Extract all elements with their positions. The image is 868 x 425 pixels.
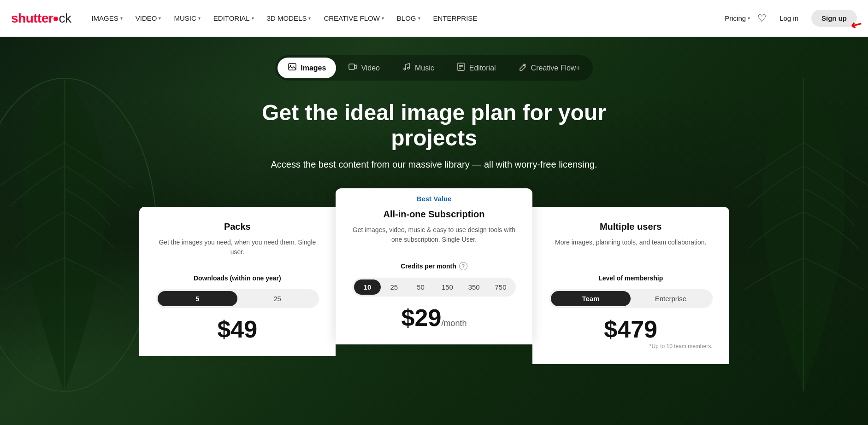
svg-point-2 (290, 65, 291, 66)
chevron-down-icon: ▾ (748, 16, 750, 21)
chevron-down-icon: ▾ (308, 16, 311, 21)
arrow-icon: ↙ (848, 15, 864, 34)
signup-button[interactable]: Sign up ↙ (811, 10, 857, 27)
multiple-users-selector: Team Enterprise (549, 289, 713, 308)
sub-option-350[interactable]: 350 (461, 279, 487, 295)
logo-suffix: ck (59, 11, 71, 25)
chevron-down-icon: ▾ (198, 16, 201, 21)
card-packs: Packs Get the images you need, when you … (139, 207, 336, 356)
svg-point-5 (407, 67, 409, 69)
main-nav: IMAGES ▾ VIDEO ▾ MUSIC ▾ EDITORIAL ▾ 3D … (86, 11, 725, 26)
multiple-users-selector-label: Level of membership (549, 274, 713, 282)
tab-music[interactable]: Music (392, 58, 444, 78)
sub-option-750[interactable]: 750 (487, 279, 514, 295)
multiple-users-desc: More images, planning tools, and team co… (549, 238, 713, 265)
svg-point-4 (404, 68, 406, 70)
logo-text: shutterck (11, 11, 71, 26)
tab-creativeflow[interactable]: Creative Flow+ (508, 58, 590, 78)
multiple-users-title: Multiple users (549, 221, 713, 232)
users-option-enterprise[interactable]: Enterprise (631, 291, 710, 306)
nav-item-music[interactable]: MUSIC ▾ (168, 11, 206, 26)
image-icon (288, 62, 297, 74)
multiple-users-footnote: *Up to 10 team members. (549, 343, 713, 349)
subscription-selector-label: Credits per month ? (352, 262, 516, 270)
hero-section: Images Video Music Editorial (0, 37, 868, 425)
packs-selector-label: Downloads (within one year) (156, 274, 319, 282)
sub-option-50[interactable]: 50 (407, 279, 434, 295)
login-button[interactable]: Log in (774, 11, 804, 26)
header: shutterck IMAGES ▾ VIDEO ▾ MUSIC ▾ EDITO… (0, 0, 868, 37)
editorial-icon (456, 62, 466, 74)
subscription-price: $29/month (352, 306, 516, 330)
chevron-down-icon: ▾ (382, 16, 384, 21)
multiple-users-price: $479 (549, 317, 713, 341)
tab-images[interactable]: Images (278, 58, 336, 78)
tab-creativeflow-label: Creative Flow+ (531, 64, 580, 72)
users-option-team[interactable]: Team (551, 291, 631, 306)
packs-option-5[interactable]: 5 (158, 291, 237, 306)
sub-option-10[interactable]: 10 (354, 279, 381, 295)
nav-item-video[interactable]: VIDEO ▾ (130, 11, 167, 26)
pricing-nav[interactable]: Pricing ▾ (725, 14, 750, 22)
chevron-down-icon: ▾ (120, 16, 123, 21)
pricing-cards: Packs Get the images you need, when you … (139, 188, 729, 364)
logo-red: shutter (11, 11, 53, 25)
sub-option-150[interactable]: 150 (434, 279, 461, 295)
logo-dot (53, 17, 58, 21)
logo[interactable]: shutterck (11, 11, 71, 26)
packs-price: $49 (156, 317, 319, 341)
nav-item-blog[interactable]: BLOG ▾ (391, 11, 426, 26)
nav-item-3dmodels[interactable]: 3D MODELS ▾ (261, 11, 317, 26)
help-icon[interactable]: ? (459, 262, 467, 270)
video-icon (348, 62, 357, 74)
nav-item-enterprise[interactable]: ENTERPRISE (428, 11, 483, 26)
tab-video-label: Video (361, 64, 380, 72)
chevron-down-icon: ▾ (418, 16, 420, 21)
tabs-bar: Images Video Music Editorial (275, 55, 593, 81)
nav-item-images[interactable]: IMAGES ▾ (86, 11, 128, 26)
pricing-label: Pricing (725, 14, 746, 22)
subscription-desc: Get images, video, music & easy to use d… (352, 225, 516, 253)
chevron-down-icon: ▾ (159, 16, 161, 21)
packs-selector: 5 25 (156, 289, 319, 308)
hero-title: Get the ideal image plan for your projec… (227, 100, 642, 151)
music-icon (402, 62, 411, 74)
svg-rect-3 (349, 64, 354, 70)
nav-item-creativeflow[interactable]: CREATIVE FLOW ▾ (318, 11, 389, 26)
packs-desc: Get the images you need, when you need t… (156, 238, 319, 265)
nav-item-editorial[interactable]: EDITORIAL ▾ (208, 11, 260, 26)
card-subscription: Best Value All-in-one Subscription Get i… (336, 188, 532, 344)
hero-content: Images Video Music Editorial (0, 37, 868, 364)
tab-images-label: Images (301, 64, 326, 72)
favorites-icon[interactable]: ♡ (757, 12, 767, 24)
tab-editorial[interactable]: Editorial (446, 58, 506, 78)
tab-music-label: Music (415, 64, 434, 72)
subscription-selector: 10 25 50 150 350 750 (352, 278, 516, 297)
packs-title: Packs (156, 221, 319, 232)
creativeflow-icon (518, 62, 527, 74)
packs-option-25[interactable]: 25 (237, 291, 317, 306)
hero-subtitle: Access the best content from our massive… (271, 158, 597, 171)
card-multiple-users: Multiple users More images, planning too… (532, 207, 729, 364)
tab-editorial-label: Editorial (469, 64, 496, 72)
chevron-down-icon: ▾ (252, 16, 254, 21)
subscription-title: All-in-one Subscription (352, 209, 516, 220)
tab-video[interactable]: Video (338, 58, 390, 78)
sub-option-25[interactable]: 25 (381, 279, 407, 295)
best-value-badge: Best Value (352, 195, 516, 203)
header-right: Pricing ▾ ♡ Log in Sign up ↙ (725, 10, 857, 27)
